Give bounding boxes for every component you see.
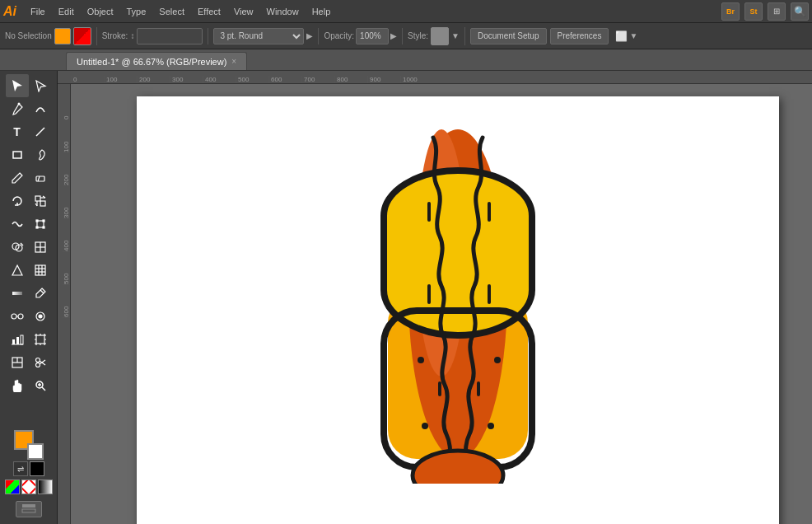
gradient-fill-icon[interactable] bbox=[38, 480, 53, 494]
stroke-swatch[interactable] bbox=[27, 443, 44, 460]
column-graph-tool[interactable] bbox=[6, 328, 29, 351]
fill-color-swatch[interactable] bbox=[54, 28, 71, 44]
color-swatches-area: ⇌ bbox=[2, 427, 56, 498]
style-arrow[interactable]: ▼ bbox=[451, 31, 460, 40]
scissors-tool[interactable] bbox=[29, 351, 52, 374]
line-tool[interactable] bbox=[29, 120, 52, 143]
stroke-width-input[interactable] bbox=[137, 28, 203, 44]
svg-point-0 bbox=[17, 103, 20, 105]
paintbrush-tool[interactable] bbox=[29, 143, 52, 166]
menu-bar: Ai File Edit Object Type Select Effect V… bbox=[0, 0, 812, 23]
svg-line-58 bbox=[40, 360, 45, 364]
preferences-button[interactable]: Preferences bbox=[550, 28, 609, 44]
stroke-profile-select[interactable]: 3 pt. Round 1 pt. Round 5 pt. Round bbox=[213, 28, 304, 44]
eyedropper-tool[interactable] bbox=[29, 282, 52, 305]
tab-close-button[interactable]: × bbox=[231, 57, 236, 66]
perspective-tool[interactable] bbox=[6, 259, 29, 282]
type-tool[interactable]: T bbox=[6, 120, 29, 143]
svg-rect-23 bbox=[35, 265, 45, 275]
svg-line-60 bbox=[42, 387, 45, 391]
swap-colors-icon[interactable]: ⇌ bbox=[13, 461, 28, 476]
scale-tool[interactable] bbox=[29, 189, 52, 213]
opacity-arrow[interactable]: ▶ bbox=[390, 31, 397, 40]
arrange-icon[interactable]: ⬜ bbox=[615, 30, 628, 42]
menu-window[interactable]: Window bbox=[261, 5, 305, 18]
arrange-layers-icon[interactable] bbox=[16, 501, 42, 517]
style-group: Style: ▼ bbox=[408, 27, 465, 45]
stock-icon-btn[interactable]: St bbox=[744, 2, 763, 21]
free-transform-tool[interactable] bbox=[29, 213, 52, 236]
opacity-input[interactable] bbox=[356, 28, 389, 44]
style-swatch[interactable] bbox=[431, 27, 449, 45]
shape-builder-tool[interactable] bbox=[6, 236, 29, 259]
svg-rect-15 bbox=[43, 227, 44, 228]
menu-effect[interactable]: Effect bbox=[192, 5, 226, 18]
svg-point-79 bbox=[488, 423, 494, 429]
svg-rect-14 bbox=[36, 227, 38, 228]
brush-stroke-group: 3 pt. Round 1 pt. Round 5 pt. Round ▶ bbox=[213, 28, 319, 44]
svg-line-57 bbox=[40, 361, 45, 365]
selection-group: No Selection bbox=[5, 27, 97, 45]
symbol-tool[interactable] bbox=[29, 305, 52, 328]
svg-rect-36 bbox=[16, 337, 19, 344]
svg-point-56 bbox=[35, 363, 40, 367]
menu-help[interactable]: Help bbox=[306, 5, 337, 18]
hand-tool[interactable] bbox=[6, 374, 29, 397]
menu-view[interactable]: View bbox=[228, 5, 259, 18]
menu-select[interactable]: Select bbox=[153, 5, 190, 18]
curvature-tool[interactable] bbox=[29, 97, 52, 120]
svg-line-29 bbox=[40, 290, 44, 293]
document-setup-button[interactable]: Document Setup bbox=[470, 28, 547, 44]
app-logo: Ai bbox=[3, 4, 16, 19]
style-label: Style: bbox=[408, 31, 428, 40]
svg-rect-5 bbox=[35, 196, 40, 201]
zoom-tool[interactable] bbox=[29, 374, 52, 397]
search-icon-btn[interactable]: 🔍 bbox=[791, 2, 809, 21]
color-mode-icon[interactable] bbox=[5, 480, 20, 494]
warp-tool[interactable] bbox=[6, 213, 29, 236]
rotate-tool[interactable] bbox=[6, 189, 29, 213]
svg-rect-35 bbox=[12, 339, 15, 344]
svg-rect-63 bbox=[22, 504, 35, 508]
live-paint-tool[interactable] bbox=[29, 236, 52, 259]
blend-tool[interactable] bbox=[6, 305, 29, 328]
document-tab[interactable]: Untitled-1* @ 66.67% (RGB/Preview) × bbox=[66, 52, 247, 70]
svg-point-34 bbox=[39, 315, 42, 318]
menu-file[interactable]: File bbox=[25, 5, 51, 18]
arrange-arrow[interactable]: ▼ bbox=[629, 31, 637, 40]
workspace-icon-btn[interactable]: ⊞ bbox=[768, 2, 786, 21]
pen-tool[interactable] bbox=[6, 97, 29, 120]
menu-object[interactable]: Object bbox=[82, 5, 119, 18]
svg-line-1 bbox=[36, 128, 44, 136]
svg-rect-28 bbox=[12, 292, 22, 295]
toolbox: T bbox=[0, 71, 58, 524]
rect-tool[interactable] bbox=[6, 143, 29, 166]
svg-rect-12 bbox=[36, 220, 38, 222]
stroke-group: Stroke: ↕ bbox=[102, 28, 209, 44]
stroke-arrow[interactable]: ▶ bbox=[306, 31, 313, 40]
svg-rect-13 bbox=[43, 220, 44, 222]
default-colors-icon[interactable] bbox=[30, 461, 44, 476]
canvas-background bbox=[71, 84, 812, 524]
gradient-tool[interactable] bbox=[6, 282, 29, 305]
none-fill-icon[interactable] bbox=[21, 480, 36, 494]
tab-label: Untitled-1* @ 66.67% (RGB/Preview) bbox=[77, 57, 226, 67]
menu-type[interactable]: Type bbox=[121, 5, 152, 18]
selection-tool[interactable] bbox=[6, 74, 29, 97]
mesh-tool[interactable] bbox=[29, 259, 52, 282]
menu-edit[interactable]: Edit bbox=[53, 5, 80, 18]
artboard-tool[interactable] bbox=[29, 328, 52, 351]
opacity-group: Opacity: ▶ bbox=[324, 28, 403, 44]
svg-marker-22 bbox=[12, 265, 22, 275]
pencil-tool[interactable] bbox=[6, 166, 29, 189]
no-selection-label: No Selection bbox=[5, 31, 52, 40]
svg-point-30 bbox=[12, 314, 16, 319]
bridge-icon-btn[interactable]: Br bbox=[721, 2, 740, 21]
stroke-indicator[interactable] bbox=[73, 27, 91, 45]
slice-tool[interactable] bbox=[6, 351, 29, 374]
options-bar: No Selection Stroke: ↕ 3 pt. Round 1 pt.… bbox=[0, 23, 812, 49]
direct-selection-tool[interactable] bbox=[29, 74, 52, 97]
fill-stroke-pair bbox=[14, 430, 44, 460]
eraser-tool[interactable] bbox=[29, 166, 52, 189]
artboard[interactable] bbox=[137, 96, 779, 524]
